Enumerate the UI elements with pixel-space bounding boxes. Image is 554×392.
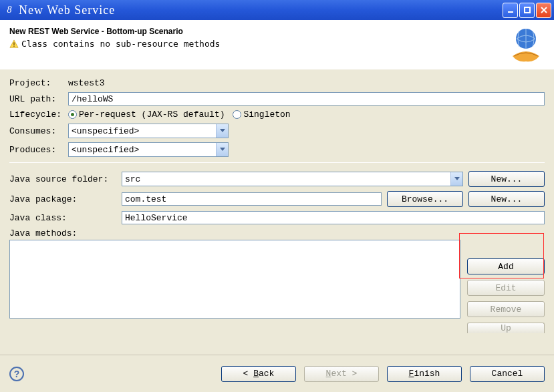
svg-rect-1: [525, 7, 530, 13]
package-input[interactable]: [122, 192, 382, 206]
url-path-input[interactable]: [68, 92, 545, 106]
dropdown-arrow-icon: [450, 172, 462, 186]
warning-text: Class contains no sub-resource methods: [21, 39, 220, 49]
singleton-label: Singleton: [243, 110, 290, 120]
minimize-button[interactable]: [503, 3, 518, 18]
dropdown-arrow-icon: [216, 143, 228, 156]
radio-checked-icon: [68, 110, 77, 119]
window-title: New Web Service: [19, 3, 503, 17]
browse-package-button[interactable]: Browse...: [387, 191, 463, 207]
wizard-title: New REST Web Service - Bottom-up Scenari…: [9, 27, 507, 36]
help-button[interactable]: ?: [9, 367, 24, 381]
cancel-button[interactable]: Cancel: [470, 366, 545, 382]
back-button[interactable]: < Back: [221, 366, 296, 382]
remove-method-button: Remove: [467, 301, 545, 317]
project-value: wstest3: [68, 78, 105, 88]
consumes-combo[interactable]: <unspecified>: [68, 124, 229, 138]
package-label: Java package:: [9, 194, 116, 204]
url-path-label: URL path:: [9, 94, 68, 104]
new-source-folder-button[interactable]: New...: [468, 171, 545, 187]
add-method-button[interactable]: Add: [467, 258, 545, 274]
up-method-button: Up: [467, 323, 545, 333]
consumes-label: Consumes:: [9, 126, 68, 136]
wizard-icon: [507, 27, 545, 64]
produces-combo[interactable]: <unspecified>: [68, 142, 229, 157]
dropdown-arrow-icon: [216, 124, 228, 138]
source-folder-label: Java source folder:: [9, 174, 116, 184]
project-label: Project:: [9, 78, 68, 88]
window-buttons: [503, 3, 551, 18]
svg-rect-3: [13, 45, 14, 46]
help-icon: ?: [14, 369, 20, 379]
lifecycle-radio-group: Per-request (JAX-RS default) Singleton: [68, 110, 291, 120]
class-input[interactable]: [122, 211, 545, 224]
source-folder-value: src: [125, 174, 140, 184]
svg-rect-0: [508, 11, 513, 13]
wizard-message: Class contains no sub-resource methods: [9, 39, 507, 49]
lifecycle-singleton[interactable]: Singleton: [233, 110, 290, 120]
close-button[interactable]: [536, 3, 551, 18]
wizard-header: New REST Web Service - Bottom-up Scenari…: [0, 20, 554, 70]
lifecycle-label: Lifecycle:: [9, 110, 68, 120]
svg-rect-2: [13, 42, 14, 45]
warning-icon: [9, 39, 19, 49]
new-package-button[interactable]: New...: [468, 191, 545, 207]
radio-unchecked-icon: [233, 110, 241, 119]
consumes-value: <unspecified>: [72, 126, 139, 136]
wizard-footer: ? < Back Next > Finish Cancel: [0, 355, 554, 392]
next-button: Next >: [304, 366, 379, 382]
produces-label: Produces:: [9, 145, 68, 155]
finish-button[interactable]: Finish: [387, 366, 462, 382]
separator: [9, 162, 545, 163]
wizard-body: Project: wstest3 URL path: Lifecycle: Pe…: [0, 70, 554, 336]
source-folder-combo[interactable]: src: [122, 172, 463, 186]
per-request-label: Per-request (JAX-RS default): [79, 110, 225, 120]
title-bar: 8 New Web Service: [0, 0, 554, 20]
produces-value: <unspecified>: [72, 145, 139, 155]
maximize-button[interactable]: [519, 3, 535, 18]
methods-list[interactable]: [9, 240, 460, 319]
lifecycle-per-request[interactable]: Per-request (JAX-RS default): [68, 110, 225, 120]
app-icon: 8: [4, 5, 15, 15]
class-label: Java class:: [9, 213, 116, 223]
edit-method-button: Edit: [467, 280, 545, 296]
methods-label: Java methods:: [9, 228, 116, 238]
